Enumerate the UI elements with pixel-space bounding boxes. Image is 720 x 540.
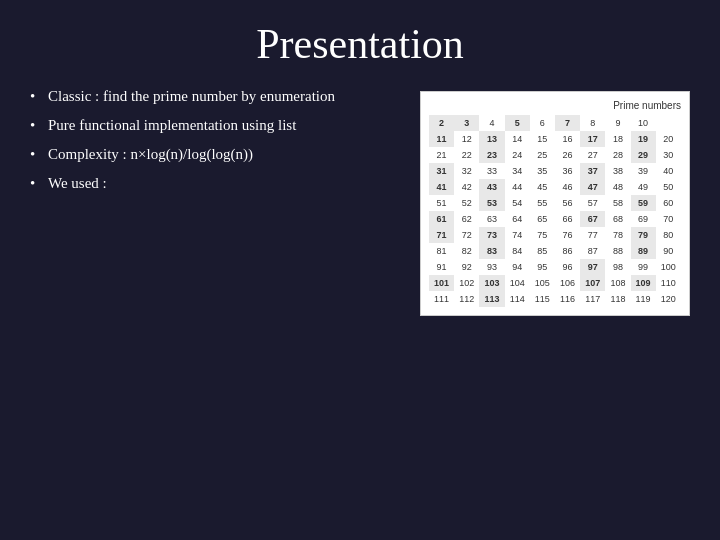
prime-cell-110: 110 <box>656 275 681 291</box>
prime-cell-38: 38 <box>605 163 630 179</box>
prime-cell-71: 71 <box>429 227 454 243</box>
table-container: Prime numbers 23456789101112131415161718… <box>420 91 690 316</box>
prime-cell-7: 7 <box>555 115 580 131</box>
prime-cell-76: 76 <box>555 227 580 243</box>
prime-cell-107: 107 <box>580 275 605 291</box>
prime-cell-47: 47 <box>580 179 605 195</box>
prime-cell-4: 4 <box>479 115 504 131</box>
prime-cell-45: 45 <box>530 179 555 195</box>
prime-cell-115: 115 <box>530 291 555 307</box>
prime-cell-57: 57 <box>580 195 605 211</box>
prime-cell-14: 14 <box>505 131 530 147</box>
slide: Presentation Classic : find the prime nu… <box>0 0 720 540</box>
prime-cell-83: 83 <box>479 243 504 259</box>
prime-cell-93: 93 <box>479 259 504 275</box>
bullet-4: We used : <box>30 173 400 194</box>
prime-cell-99: 99 <box>631 259 656 275</box>
left-content: Classic : find the prime number by enume… <box>30 86 400 316</box>
prime-cell-16: 16 <box>555 131 580 147</box>
prime-cell-13: 13 <box>479 131 504 147</box>
prime-cell-61: 61 <box>429 211 454 227</box>
prime-cell-73: 73 <box>479 227 504 243</box>
prime-cell-63: 63 <box>479 211 504 227</box>
prime-cell-64: 64 <box>505 211 530 227</box>
prime-cell-6: 6 <box>530 115 555 131</box>
prime-cell-12: 12 <box>454 131 479 147</box>
prime-cell-120: 120 <box>656 291 681 307</box>
prime-cell-46: 46 <box>555 179 580 195</box>
prime-cell-109: 109 <box>631 275 656 291</box>
prime-cell-103: 103 <box>479 275 504 291</box>
prime-cell-17: 17 <box>580 131 605 147</box>
bullet-list: Classic : find the prime number by enume… <box>30 86 400 194</box>
prime-cell-113: 113 <box>479 291 504 307</box>
prime-cell-69: 69 <box>631 211 656 227</box>
prime-cell-105: 105 <box>530 275 555 291</box>
prime-cell-112: 112 <box>454 291 479 307</box>
prime-cell-72: 72 <box>454 227 479 243</box>
prime-cell-35: 35 <box>530 163 555 179</box>
prime-cell-40: 40 <box>656 163 681 179</box>
prime-cell-39: 39 <box>631 163 656 179</box>
prime-cell-119: 119 <box>631 291 656 307</box>
bullet-3: Complexity : n×log(n)/log(log(n)) <box>30 144 400 165</box>
prime-cell-67: 67 <box>580 211 605 227</box>
prime-cell-51: 51 <box>429 195 454 211</box>
prime-cell-82: 82 <box>454 243 479 259</box>
prime-cell-84: 84 <box>505 243 530 259</box>
prime-cell-89: 89 <box>631 243 656 259</box>
prime-cell-80: 80 <box>656 227 681 243</box>
prime-cell-116: 116 <box>555 291 580 307</box>
prime-cell-3: 3 <box>454 115 479 131</box>
prime-cell-66: 66 <box>555 211 580 227</box>
prime-cell-10: 10 <box>631 115 656 131</box>
prime-cell-70: 70 <box>656 211 681 227</box>
prime-cell-68: 68 <box>605 211 630 227</box>
prime-cell-48: 48 <box>605 179 630 195</box>
prime-cell-65: 65 <box>530 211 555 227</box>
prime-cell-85: 85 <box>530 243 555 259</box>
prime-cell-77: 77 <box>580 227 605 243</box>
prime-cell-78: 78 <box>605 227 630 243</box>
prime-cell-59: 59 <box>631 195 656 211</box>
prime-cell-15: 15 <box>530 131 555 147</box>
prime-cell-108: 108 <box>605 275 630 291</box>
prime-cell-33: 33 <box>479 163 504 179</box>
prime-cell-54: 54 <box>505 195 530 211</box>
prime-cell-2: 2 <box>429 115 454 131</box>
prime-cell-32: 32 <box>454 163 479 179</box>
content-area: Classic : find the prime number by enume… <box>30 86 690 316</box>
prime-cell-19: 19 <box>631 131 656 147</box>
prime-cell-94: 94 <box>505 259 530 275</box>
prime-cell-21: 21 <box>429 147 454 163</box>
prime-cell-97: 97 <box>580 259 605 275</box>
prime-cell-43: 43 <box>479 179 504 195</box>
prime-cell-9: 9 <box>605 115 630 131</box>
prime-cell-88: 88 <box>605 243 630 259</box>
prime-cell-75: 75 <box>530 227 555 243</box>
prime-cell-49: 49 <box>631 179 656 195</box>
prime-cell-87: 87 <box>580 243 605 259</box>
prime-cell-79: 79 <box>631 227 656 243</box>
prime-cell-100: 100 <box>656 259 681 275</box>
prime-cell-26: 26 <box>555 147 580 163</box>
prime-cell-29: 29 <box>631 147 656 163</box>
prime-cell-53: 53 <box>479 195 504 211</box>
prime-cell-56: 56 <box>555 195 580 211</box>
prime-cell-25: 25 <box>530 147 555 163</box>
prime-cell-81: 81 <box>429 243 454 259</box>
prime-cell-11: 11 <box>429 131 454 147</box>
prime-cell-18: 18 <box>605 131 630 147</box>
prime-cell-52: 52 <box>454 195 479 211</box>
prime-cell-5: 5 <box>505 115 530 131</box>
prime-cell-34: 34 <box>505 163 530 179</box>
prime-cell-8: 8 <box>580 115 605 131</box>
prime-cell-111: 111 <box>429 291 454 307</box>
prime-cell-58: 58 <box>605 195 630 211</box>
prime-cell-20: 20 <box>656 131 681 147</box>
prime-cell-37: 37 <box>580 163 605 179</box>
prime-cell-117: 117 <box>580 291 605 307</box>
prime-cell-23: 23 <box>479 147 504 163</box>
prime-cell-90: 90 <box>656 243 681 259</box>
prime-cell-98: 98 <box>605 259 630 275</box>
